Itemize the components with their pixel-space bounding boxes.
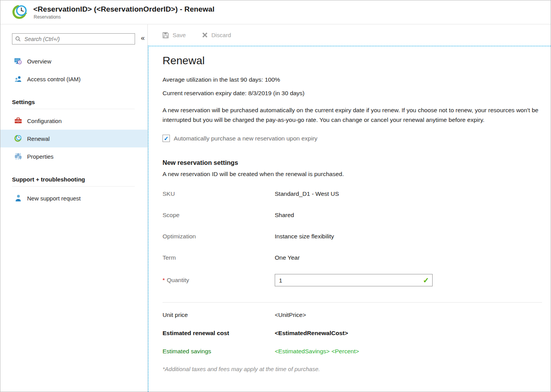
price-label: Estimated renewal cost [163, 330, 275, 337]
new-reservation-settings-subtitle: A new reservation ID will be created whe… [163, 171, 543, 178]
sidebar-item-label: Overview [27, 58, 51, 65]
collapse-sidebar-button[interactable]: « [139, 33, 147, 42]
renewal-blade-content: Renewal Average utilization in the last … [148, 46, 551, 392]
field-row-optimization: Optimization Instance size flexibility [163, 226, 543, 247]
content-title: Renewal [163, 55, 543, 67]
price-label: Unit price [163, 312, 275, 318]
price-label: Estimated savings [163, 348, 275, 355]
sidebar-item-overview[interactable]: Overview [0, 52, 147, 70]
access-control-icon [14, 75, 22, 83]
field-value: Standard_D1 - West US [275, 190, 339, 197]
sidebar-item-label: Properties [27, 153, 53, 160]
field-label: Scope [163, 212, 275, 219]
save-icon [162, 32, 169, 39]
sidebar-item-label: Access control (IAM) [27, 76, 80, 82]
sidebar-item-label: Renewal [27, 135, 50, 142]
new-reservation-settings-title: New reservation settings [163, 159, 543, 166]
divider [12, 109, 135, 109]
search-icon [15, 36, 21, 42]
renewal-description: A new reservation will be purchased auto… [163, 105, 543, 125]
price-value: <EstimatedSavings> <Percent> [275, 348, 359, 355]
sidebar-item-renewal[interactable]: Renewal [0, 130, 147, 147]
auto-renew-checkbox[interactable]: ✓ [163, 135, 170, 142]
main-panel: Save Discard Renewal Average utilization… [148, 24, 551, 392]
sidebar: « Overview [0, 24, 148, 392]
unit-price-row: Unit price <UnitPrice> [163, 306, 543, 324]
quantity-row: *Quantity ✓ [163, 269, 543, 291]
discard-label: Discard [211, 32, 231, 38]
field-row-scope: Scope Shared [163, 204, 543, 226]
discard-icon [202, 32, 208, 38]
price-value: <EstimatedRenewalCost> [275, 330, 348, 337]
renewal-icon [14, 135, 22, 143]
expiry-line: Current reservation expiry date: 8/3/201… [163, 90, 543, 97]
sidebar-search-box[interactable] [12, 33, 135, 45]
field-label: SKU [163, 190, 275, 197]
field-row-term: Term One Year [163, 247, 543, 268]
sidebar-item-properties[interactable]: Properties [0, 147, 147, 165]
utilization-line: Average utilization in the last 90 days:… [163, 76, 543, 83]
price-value: <UnitPrice> [275, 312, 306, 318]
field-value: Instance size flexibility [275, 233, 334, 240]
field-value: One Year [275, 254, 300, 261]
save-button[interactable]: Save [162, 32, 186, 39]
field-row-sku: SKU Standard_D1 - West US [163, 183, 543, 204]
estimated-savings-row: Estimated savings <EstimatedSavings> <Pe… [163, 342, 543, 360]
estimated-renewal-cost-row: Estimated renewal cost <EstimatedRenewal… [163, 324, 543, 342]
sidebar-item-label: New support request [27, 195, 80, 202]
taxes-footnote: *Additional taxes and fees may apply at … [163, 366, 543, 372]
field-label: Optimization [163, 233, 275, 240]
discard-button[interactable]: Discard [202, 32, 231, 38]
divider [163, 302, 542, 303]
sidebar-item-label: Configuration [27, 118, 62, 124]
properties-icon [14, 152, 22, 161]
sidebar-item-configuration[interactable]: Configuration [0, 112, 147, 130]
required-marker: * [163, 277, 165, 283]
quantity-label-text: Quantity [167, 277, 189, 283]
field-value: Shared [275, 212, 294, 219]
reservation-renewal-window: <ReservationID> (<ReservationOrderID>) -… [0, 0, 551, 392]
divider [12, 186, 135, 187]
blade-header: <ReservationID> (<ReservationOrderID>) -… [0, 0, 551, 24]
page-subtitle: Reservations [33, 14, 214, 20]
save-label: Save [173, 32, 186, 38]
quantity-input[interactable] [275, 274, 433, 286]
quantity-label: *Quantity [163, 277, 275, 284]
overview-icon [14, 57, 22, 65]
page-title: <ReservationID> (<ReservationOrderID>) -… [33, 5, 214, 14]
configuration-icon [14, 117, 22, 125]
support-request-icon [14, 194, 22, 202]
auto-renew-label: Automatically purchase a new reservation… [174, 135, 317, 142]
sidebar-section-settings: Settings [0, 99, 147, 105]
auto-renew-row: ✓ Automatically purchase a new reservati… [163, 135, 543, 142]
sidebar-item-access-control[interactable]: Access control (IAM) [0, 70, 147, 88]
sidebar-item-new-support-request[interactable]: New support request [0, 189, 147, 207]
reservations-logo-icon [12, 4, 28, 21]
sidebar-section-support: Support + troubleshooting [0, 176, 147, 183]
field-label: Term [163, 254, 275, 261]
search-input[interactable] [24, 36, 132, 43]
command-bar: Save Discard [148, 24, 551, 46]
sidebar-nav: Overview Access control (IAM) Settings [0, 52, 147, 207]
